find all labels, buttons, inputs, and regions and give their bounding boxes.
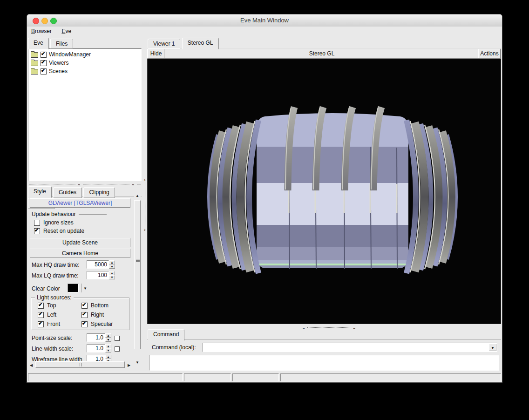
point-size-checkbox[interactable] xyxy=(115,336,120,341)
light-right-option[interactable]: Right xyxy=(81,312,104,318)
line-width-value[interactable]: 1.0 xyxy=(87,344,105,352)
scroll-left-icon[interactable]: ◀ xyxy=(28,361,34,368)
command-panel: Command (local): ▼ xyxy=(147,340,501,373)
viewer-title: Stereo GL xyxy=(164,49,479,58)
reset-on-update-checkbox[interactable] xyxy=(34,228,40,234)
command-combobox[interactable]: ▼ xyxy=(203,343,497,352)
style-vertical-scrollbar[interactable]: ▲ ▼ xyxy=(134,188,141,369)
viewer-header: Hide Stereo GL Actions xyxy=(147,48,501,59)
update-scene-button[interactable]: Update Scene xyxy=(30,238,130,247)
spinner-up-icon[interactable] xyxy=(109,260,115,264)
menu-eve[interactable]: Eve xyxy=(57,27,75,35)
tree-item-viewers[interactable]: Viewers xyxy=(28,59,141,67)
spinner-up-icon[interactable] xyxy=(109,271,115,275)
glviewer-button[interactable]: GLViewer [TGLSAViewer] xyxy=(30,198,130,208)
point-size-value[interactable]: 1.0 xyxy=(87,333,105,342)
tree-item-checkbox[interactable] xyxy=(41,68,47,75)
detector-3d-model xyxy=(148,59,501,324)
spinner-down-icon[interactable] xyxy=(109,275,115,279)
tab-style[interactable]: Style xyxy=(28,186,52,198)
tab-stereo-gl[interactable]: Stereo GL xyxy=(182,38,219,49)
style-horizontal-scrollbar[interactable]: ◀ ▶ xyxy=(28,361,133,368)
tab-eve[interactable]: Eve xyxy=(28,38,49,49)
command-splitter[interactable]: ⌄ ⌄ xyxy=(147,325,501,330)
command-output xyxy=(149,355,499,371)
ignore-sizes-checkbox[interactable] xyxy=(34,220,40,226)
close-icon[interactable] xyxy=(33,18,39,24)
tree-item-checkbox[interactable] xyxy=(41,60,47,66)
light-right-checkbox[interactable] xyxy=(81,312,88,318)
tab-files[interactable]: Files xyxy=(50,39,73,49)
chevron-right-icon: › xyxy=(144,227,145,232)
spinner-up-icon[interactable] xyxy=(105,355,111,359)
menu-browser[interactable]: Browser xyxy=(27,27,56,35)
grip-icon xyxy=(78,363,81,366)
grip-icon xyxy=(136,259,140,262)
titlebar[interactable]: Eve Main Window xyxy=(27,14,502,27)
max-hq-label: Max HQ draw time: xyxy=(32,262,80,268)
light-specular-checkbox[interactable] xyxy=(81,321,88,327)
tree-item-scenes[interactable]: Scenes xyxy=(28,67,141,75)
gl-viewport[interactable] xyxy=(147,59,501,324)
line-width-spinner[interactable]: 1.0 xyxy=(87,344,92,351)
zoom-icon[interactable] xyxy=(50,18,57,24)
tree-item-checkbox[interactable] xyxy=(41,52,47,58)
point-size-label: Point-size scale: xyxy=(32,335,72,341)
command-input[interactable] xyxy=(203,344,489,352)
camera-home-button[interactable]: Camera Home xyxy=(30,249,130,258)
clear-color-dropdown[interactable]: ▼ xyxy=(83,285,87,291)
spinner-up-icon[interactable] xyxy=(105,344,111,348)
left-horizontal-splitter[interactable]: ⌄ ⌄ xyxy=(29,182,141,186)
reset-on-update-option[interactable]: Reset on update xyxy=(34,228,84,234)
scroll-down-icon[interactable]: ▼ xyxy=(134,359,141,365)
chevron-right-icon: › xyxy=(144,177,145,183)
light-top-option[interactable]: Top xyxy=(38,302,56,309)
clear-color-label: Clear Color xyxy=(32,285,60,292)
light-left-checkbox[interactable] xyxy=(38,312,44,318)
tree-item-label: WindowManager xyxy=(49,51,91,58)
scroll-right-icon[interactable]: ▶ xyxy=(126,361,132,368)
command-label: Command (local): xyxy=(152,344,196,351)
tree-item-windowmanager[interactable]: WindowManager xyxy=(28,50,141,59)
menubar: Browser Eve xyxy=(27,27,502,37)
light-bottom-checkbox[interactable] xyxy=(81,303,88,309)
status-segment xyxy=(280,373,501,381)
light-specular-option[interactable]: Specular xyxy=(81,321,113,327)
clear-color-swatch[interactable] xyxy=(68,284,79,292)
scrollbar-thumb[interactable] xyxy=(35,361,125,368)
chevron-down-icon: ⌄ xyxy=(352,326,356,329)
light-bottom-option[interactable]: Bottom xyxy=(81,302,109,309)
point-size-spinner[interactable]: 1.0 xyxy=(87,333,92,340)
light-sources-group: Light sources: Top Bottom Left Right Fro… xyxy=(31,298,129,330)
tab-guides[interactable]: Guides xyxy=(53,187,82,198)
ignore-sizes-option[interactable]: Ignore sizes xyxy=(34,219,74,226)
chevron-down-icon: ⌄ xyxy=(302,326,305,329)
chevron-down-icon: ⌄ xyxy=(77,183,81,185)
tab-command[interactable]: Command xyxy=(148,329,184,341)
line-width-checkbox[interactable] xyxy=(115,346,120,352)
spinner-up-icon[interactable] xyxy=(105,333,111,338)
scroll-up-icon[interactable]: ▲ xyxy=(134,192,141,198)
light-left-option[interactable]: Left xyxy=(38,312,56,318)
light-front-checkbox[interactable] xyxy=(38,321,44,327)
status-segment xyxy=(28,373,183,381)
tab-clipping[interactable]: Clipping xyxy=(83,187,115,198)
max-lq-value[interactable]: 100 xyxy=(87,271,109,279)
spinner-down-icon[interactable] xyxy=(105,348,111,352)
main-vertical-splitter[interactable]: › › xyxy=(142,38,147,370)
spinner-down-icon[interactable] xyxy=(109,264,115,269)
eve-main-window: Eve Main Window Browser Eve Eve Files Wi… xyxy=(27,14,502,383)
status-segment xyxy=(232,373,279,381)
minimize-icon[interactable] xyxy=(41,18,48,24)
scrollbar-thumb[interactable] xyxy=(134,200,141,349)
tab-viewer-1[interactable]: Viewer 1 xyxy=(148,39,180,49)
actions-button[interactable]: Actions xyxy=(478,49,501,58)
hide-button[interactable]: Hide xyxy=(148,49,164,58)
light-front-option[interactable]: Front xyxy=(38,321,60,327)
status-bar xyxy=(27,372,502,383)
folder-icon xyxy=(31,69,38,75)
max-hq-value[interactable]: 5000 xyxy=(87,260,109,269)
command-dropdown-button[interactable]: ▼ xyxy=(489,344,496,351)
light-top-checkbox[interactable] xyxy=(38,303,44,309)
spinner-down-icon[interactable] xyxy=(105,338,111,342)
